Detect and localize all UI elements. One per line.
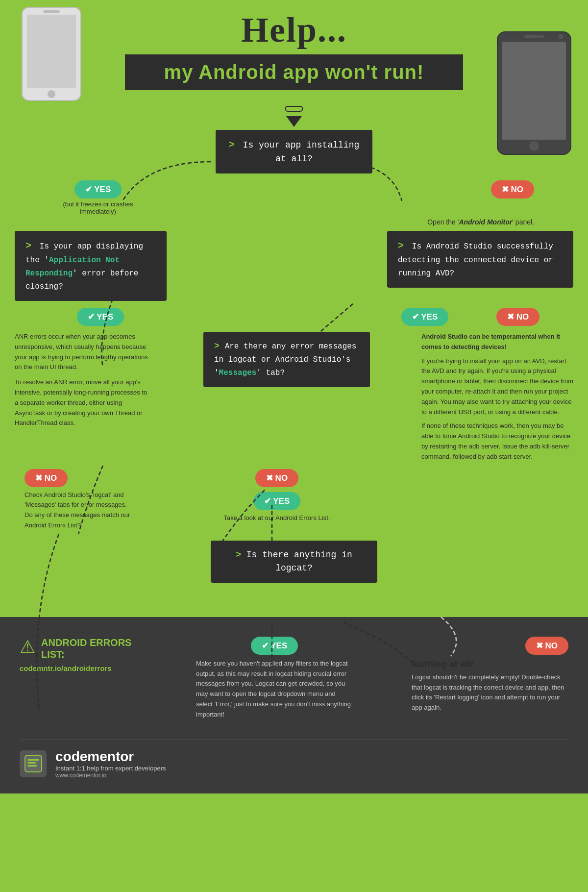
q4-yes-badge: ✔ YES xyxy=(251,637,298,655)
svg-rect-12 xyxy=(27,765,37,767)
q1-yes-badge: ✔ YES xyxy=(74,180,122,198)
open-monitor-text: Open the 'Android Monitor' panel. xyxy=(427,218,534,226)
start-arrow xyxy=(286,116,302,127)
q3-center-yes-desc: Take a look at our Android Errors List. xyxy=(224,513,330,523)
anr-no-col: ✖ NO Check Android Studio's 'logcat' and… xyxy=(24,469,142,531)
q3-center-box: > Are there any error messages in logcat… xyxy=(203,332,370,387)
q4-no-row: ✖ NO xyxy=(412,637,568,655)
q2-right-answers-col: ✔ YES ✖ NO xyxy=(377,308,564,326)
nothing-title: Nothing at all! xyxy=(412,659,568,669)
anr-desc-col: ANR errors occur when your app becomes u… xyxy=(15,332,152,428)
q1-yes-note: (but it freezes or crashes immediately) xyxy=(54,200,142,215)
svg-rect-3 xyxy=(43,10,60,13)
q4-row: > Is there anything in logcat? xyxy=(15,541,573,583)
q4-text: Is there anything in logcat? xyxy=(246,550,352,573)
q1-no-col: ✖ NO xyxy=(491,180,534,198)
q2-left-prompt: > xyxy=(25,240,31,251)
warning-icon: ⚠ xyxy=(20,637,35,657)
q2-right-no-badge: ✖ NO xyxy=(496,308,539,326)
codementor-logo-icon xyxy=(20,750,47,777)
q2-left-yes-badge: ✔ YES xyxy=(77,308,124,326)
q4-yes-row: ✔ YES xyxy=(251,637,298,655)
q2-desc-row: ANR errors occur when your app becomes u… xyxy=(15,332,573,462)
studio-no-desc2: If you're trying to install your app on … xyxy=(421,356,573,418)
header-section: Help... my Android app won't run! > Is y… xyxy=(0,0,588,597)
errors-list-header: ⚠ ANDROID ERRORS LIST: xyxy=(20,637,137,660)
q1-answers-row: ✔ YES (but it freezes or crashes immedia… xyxy=(15,180,573,215)
studio-no-desc3: If none of these techniques work, then y… xyxy=(421,421,573,462)
q1-yes-col: ✔ YES (but it freezes or crashes immedia… xyxy=(54,180,142,215)
phone-left-decoration xyxy=(20,5,83,103)
bottom-main-row: ⚠ ANDROID ERRORS LIST: codemntr.io/andro… xyxy=(20,632,568,725)
q3-center-yes-badge: ✔ YES xyxy=(253,492,300,510)
q2-boxes-row: > Is your app displaying the 'Applicatio… xyxy=(15,231,573,301)
q1-prompt: > xyxy=(229,139,235,150)
footer-brand: codementor xyxy=(55,749,166,765)
footer-text: codementor Instant 1:1 help from expert … xyxy=(55,749,166,779)
q2-answers-row: ✔ YES ✔ YES ✖ NO xyxy=(15,308,573,326)
q3-center-col: > Are there any error messages in logcat… xyxy=(203,332,370,387)
q4-box: > Is there anything in logcat? xyxy=(211,541,377,583)
svg-rect-1 xyxy=(27,15,76,88)
q4-center-col: ✔ YES Make sure you haven't applied any … xyxy=(157,637,392,720)
start-here-badge xyxy=(285,106,303,112)
page-container: Help... my Android app won't run! > Is y… xyxy=(0,0,588,793)
start-here-col xyxy=(285,105,303,127)
anr-no-badge: ✖ NO xyxy=(24,469,68,487)
anr-desc1: ANR errors occur when your app becomes u… xyxy=(15,332,152,372)
q1-text: Is your app installing at all? xyxy=(243,140,360,164)
q1-no-badge: ✖ NO xyxy=(491,180,534,198)
q2-left-yes-col: ✔ YES xyxy=(24,308,176,326)
q3-center-no-badge: ✖ NO xyxy=(255,469,298,487)
q1-box: > Is your app installing at all? xyxy=(216,130,372,173)
q2-left-text: Is your app displaying the 'Application … xyxy=(25,242,143,291)
errors-list-url[interactable]: codemntr.io/androiderrors xyxy=(20,664,137,672)
nothing-col: ✖ NO Nothing at all! Logcat shouldn't be… xyxy=(412,637,568,713)
q3-center-answers-col: ✖ NO ✔ YES Take a look at our Android Er… xyxy=(194,469,360,523)
footer: codementor Instant 1:1 help from expert … xyxy=(20,740,568,779)
footer-url: www.codementor.io xyxy=(55,772,166,779)
bottom-section: ⚠ ANDROID ERRORS LIST: codemntr.io/andro… xyxy=(0,617,588,793)
title-subtitle: my Android app won't run! xyxy=(125,54,464,90)
errors-list-title: ANDROID ERRORS LIST: xyxy=(41,637,137,660)
svg-point-2 xyxy=(48,90,55,98)
q3-answers-row: ✖ NO Check Android Studio's 'logcat' and… xyxy=(15,469,573,531)
anr-no-desc: Check Android Studio's 'logcat' and 'Mes… xyxy=(24,490,132,531)
q1-box-row: > Is your app installing at all? xyxy=(15,130,573,173)
svg-point-8 xyxy=(559,34,564,39)
start-here-section xyxy=(15,105,573,127)
svg-rect-10 xyxy=(27,759,39,761)
open-monitor-row: Open the 'Android Monitor' panel. xyxy=(15,218,573,226)
svg-rect-7 xyxy=(524,35,544,38)
studio-no-desc1: Android Studio can be temperamental when… xyxy=(421,332,573,352)
nothing-desc: Logcat shouldn't be completely empty! Do… xyxy=(412,672,568,713)
q2-right-box: > Is Android Studio successfully detecti… xyxy=(387,231,573,288)
q2-left-box: > Is your app displaying the 'Applicatio… xyxy=(15,231,167,301)
studio-no-desc-col: Android Studio can be temperamental when… xyxy=(421,332,573,462)
q4-yes-desc: Make sure you haven't applied any filter… xyxy=(196,659,353,720)
android-errors-list-col: ⚠ ANDROID ERRORS LIST: codemntr.io/andro… xyxy=(20,637,137,672)
q2-right-text: Is Android Studio successfully detecting… xyxy=(398,242,553,278)
q4-no-badge: ✖ NO xyxy=(525,637,568,655)
svg-rect-11 xyxy=(27,762,36,764)
flow-container: > Is your app installing at all? ✔ YES (… xyxy=(0,105,588,583)
android-monitor-label: Android Monitor xyxy=(459,218,512,226)
anr-desc2: To resolve an ANR error, move all your a… xyxy=(15,377,152,428)
q2-right-prompt: > xyxy=(398,240,404,251)
footer-tagline: Instant 1:1 help from expert developers xyxy=(55,765,166,772)
q2-right-yes-badge: ✔ YES xyxy=(401,308,448,326)
